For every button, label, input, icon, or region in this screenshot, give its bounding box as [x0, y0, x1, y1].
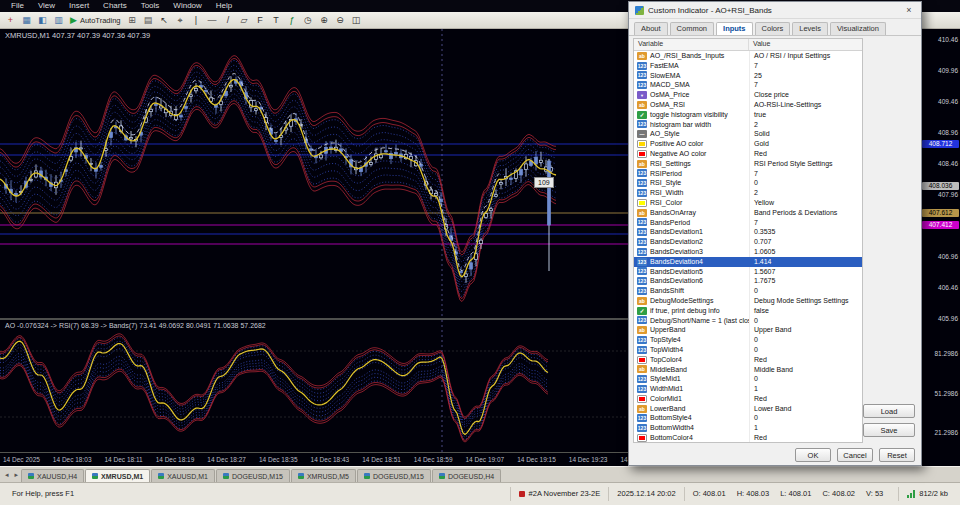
param-value[interactable]: 0.707 — [749, 237, 862, 247]
ok-button[interactable]: OK — [795, 448, 831, 462]
param-row[interactable]: TopColor4 Red — [634, 355, 862, 365]
param-value[interactable]: 0 — [749, 374, 862, 384]
param-row[interactable]: BottomColor4 Red — [634, 433, 862, 443]
param-row[interactable]: Debug/Short/Name = 1 (last closed bar) 0 — [634, 316, 862, 326]
vertical-line-tool[interactable]: | — [189, 13, 204, 28]
tab-colors[interactable]: Colors — [755, 22, 791, 35]
value-column-header[interactable]: Value — [749, 39, 774, 50]
param-value[interactable]: 0 — [749, 316, 862, 326]
param-row[interactable]: FastEMA 7 — [634, 61, 862, 71]
save-button[interactable]: Save — [863, 423, 915, 437]
tab-xauusd-m1[interactable]: XAUUSD,M1 — [151, 469, 215, 482]
param-row[interactable]: OsMA_RSI AO-RSI-Line-Settings — [634, 100, 862, 110]
tab-xauusd-h4[interactable]: XAUUSD,H4 — [21, 469, 84, 482]
param-value[interactable]: 1.414 — [749, 257, 862, 267]
tab-dogeusd-m15-2[interactable]: DOGEUSD,M15 — [357, 469, 431, 482]
param-row[interactable]: if true, print debug info false — [634, 306, 862, 316]
param-row[interactable]: BandsDeviation6 1.7675 — [634, 276, 862, 286]
tabs-scroll-right[interactable]: ▸ — [12, 471, 22, 479]
param-row[interactable]: BandsDeviation4 1.414 — [634, 257, 862, 267]
tab-xmrusd-m5[interactable]: XMRUSD,M5 — [291, 469, 356, 482]
param-value[interactable]: true — [749, 110, 862, 120]
menu-file[interactable]: File — [4, 0, 31, 12]
param-value[interactable]: Band Periods & Deviations — [749, 208, 862, 218]
cancel-button[interactable]: Cancel — [837, 448, 873, 462]
menu-tools[interactable]: Tools — [134, 0, 167, 12]
profiles-button[interactable]: ▤ — [141, 13, 156, 28]
param-row[interactable]: Positive AO color Gold — [634, 139, 862, 149]
param-row[interactable]: AO_/RSI_Bands_Inputs AO / RSI / Input Se… — [634, 51, 862, 61]
menu-charts[interactable]: Charts — [96, 0, 134, 12]
param-value[interactable]: false — [749, 306, 862, 316]
menu-window[interactable]: Window — [166, 0, 208, 12]
status-event-segment[interactable]: #2A November 23-2E — [510, 487, 609, 501]
param-value[interactable]: Solid — [749, 129, 862, 139]
cursor-tool[interactable]: ↖ — [157, 13, 172, 28]
timeframe-button[interactable]: ◷ — [301, 13, 316, 28]
tab-levels[interactable]: Levels — [792, 22, 828, 35]
param-row[interactable]: BandsDeviation1 0.3535 — [634, 227, 862, 237]
param-value[interactable]: 0 — [749, 178, 862, 188]
menu-help[interactable]: Help — [209, 0, 239, 12]
dialog-close-button[interactable]: × — [899, 4, 919, 17]
param-value[interactable]: Upper Band — [749, 325, 862, 335]
param-value[interactable]: AO / RSI / Input Settings — [749, 51, 862, 61]
param-row[interactable]: RSI_Settings RSI Period Style Settings — [634, 159, 862, 169]
param-row[interactable]: BandsShift 0 — [634, 286, 862, 296]
param-value[interactable]: Red — [749, 355, 862, 365]
param-row[interactable]: BandsDeviation2 0.707 — [634, 237, 862, 247]
param-row[interactable]: TopWidth4 0 — [634, 345, 862, 355]
param-row[interactable]: StyleMid1 0 — [634, 374, 862, 384]
tab-xmrusd-m1[interactable]: XMRUSD,M1 — [85, 469, 150, 482]
param-value[interactable]: 7 — [749, 218, 862, 228]
fibonacci-tool[interactable]: F — [253, 13, 268, 28]
param-row[interactable]: TopStyle4 0 — [634, 335, 862, 345]
tab-dogeusd-h4[interactable]: DOGEUSD,H4 — [432, 469, 501, 482]
param-value[interactable]: 0 — [749, 345, 862, 355]
reset-button[interactable]: Reset — [879, 448, 915, 462]
variable-column-header[interactable]: Variable — [634, 39, 749, 50]
param-value[interactable]: Gold — [749, 139, 862, 149]
param-row[interactable]: DebugModeSettings Debug Mode Settings Se… — [634, 296, 862, 306]
param-row[interactable]: BandsOnArray Band Periods & Deviations — [634, 208, 862, 218]
horizontal-line-tool[interactable]: — — [205, 13, 220, 28]
autotrading-button[interactable]: ▶ AutoTrading — [67, 13, 124, 28]
param-value[interactable]: Middle Band — [749, 365, 862, 375]
new-chart-button[interactable]: ⊞ — [125, 13, 140, 28]
param-value[interactable]: 0 — [749, 413, 862, 423]
param-value[interactable]: 1 — [749, 384, 862, 394]
param-row[interactable]: SlowEMA 25 — [634, 71, 862, 81]
tab-visualization[interactable]: Visualization — [830, 22, 886, 35]
tabs-scroll-left[interactable]: ◂ — [2, 471, 12, 479]
param-row[interactable]: BandsDeviation5 1.5607 — [634, 267, 862, 277]
param-row[interactable]: BottomStyle4 0 — [634, 413, 862, 423]
param-row[interactable]: RSI_Color Yellow — [634, 198, 862, 208]
param-value[interactable]: 7 — [749, 61, 862, 71]
toolbox-toggle[interactable]: ▥ — [51, 13, 66, 28]
load-button[interactable]: Load — [863, 404, 915, 418]
param-value[interactable]: 1.0605 — [749, 247, 862, 257]
param-value[interactable]: Debug Mode Settings Settings — [749, 296, 862, 306]
dialog-titlebar[interactable]: Custom Indicator - AO+RSI_Bands × — [629, 2, 921, 19]
menu-view[interactable]: View — [31, 0, 62, 12]
param-value[interactable]: 1.7675 — [749, 276, 862, 286]
param-value[interactable]: 0 — [749, 286, 862, 296]
param-value[interactable]: Yellow — [749, 198, 862, 208]
menu-insert[interactable]: Insert — [62, 0, 96, 12]
param-row[interactable]: RSI_Style 0 — [634, 178, 862, 188]
crosshair-tool[interactable]: ⌖ — [173, 13, 188, 28]
param-value[interactable]: Lower Band — [749, 404, 862, 414]
param-row[interactable]: BandsPeriod 7 — [634, 218, 862, 228]
param-value[interactable]: RSI Period Style Settings — [749, 159, 862, 169]
param-row[interactable]: AO_Style Solid — [634, 129, 862, 139]
param-value[interactable]: AO-RSI-Line-Settings — [749, 100, 862, 110]
param-row[interactable]: MACD_SMA 7 — [634, 80, 862, 90]
indicators-button[interactable]: ƒ — [285, 13, 300, 28]
param-row[interactable]: BandsDeviation3 1.0605 — [634, 247, 862, 257]
param-value[interactable]: 0 — [749, 335, 862, 345]
tab-dogeusd-m15[interactable]: DOGEUSD,M15 — [216, 469, 290, 482]
param-value[interactable]: 2 — [749, 120, 862, 130]
param-row[interactable]: ColorMid1 Red — [634, 394, 862, 404]
zoom-in-button[interactable]: ⊕ — [317, 13, 332, 28]
param-value[interactable]: Red — [749, 394, 862, 404]
